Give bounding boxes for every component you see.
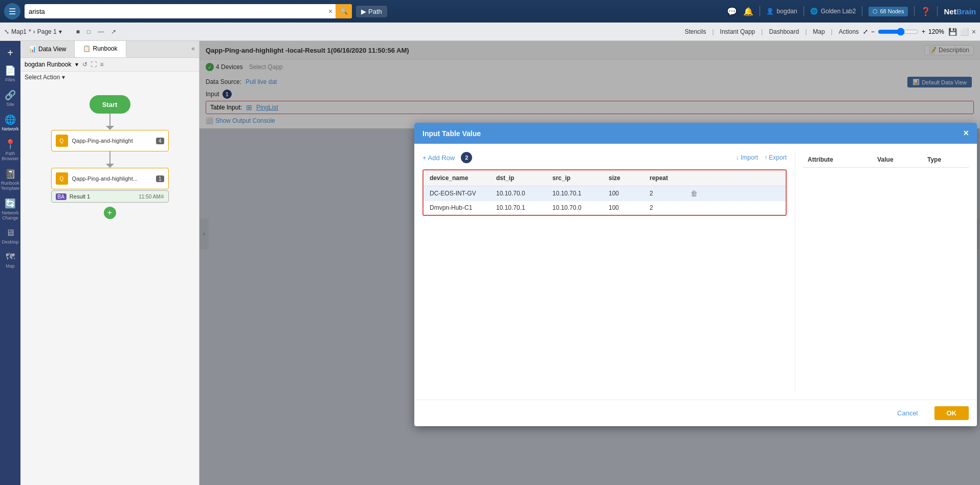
top-bar: ☰ × 🔍 ▶ Path 💬 🔔 👤 bogdan 🌐 Golden Lab2 … — [0, 0, 980, 23]
line-tool-icon[interactable]: — — [96, 27, 106, 36]
toolbar-icons: ■ □ — ↗ — [74, 27, 119, 36]
arrow-tool-icon[interactable]: ↗ — [109, 27, 118, 36]
attr-col-value: Value — [873, 152, 923, 168]
sidebar-label-runbook: Runbook Template — [1, 181, 20, 191]
help-icon[interactable]: ❓ — [921, 7, 931, 16]
modal-title: Input Table Value — [422, 129, 481, 138]
sidebar-item-desktop[interactable]: 🖥 Desktop — [1, 225, 19, 248]
stencils-button[interactable]: Stencils — [684, 28, 706, 35]
maximize-button[interactable]: ⬜ — [960, 28, 969, 36]
second-bar: ⤡ Map1 * › Page 1 ▾ ■ □ — ↗ Stencils | I… — [0, 23, 980, 41]
select-action-dropdown[interactable]: Select Action ▾ — [20, 72, 199, 83]
search-clear-button[interactable]: × — [325, 7, 336, 15]
close-map-button[interactable]: × — [972, 28, 976, 36]
input-table: device_name dst_ip src_ip size repeat DC… — [422, 169, 787, 216]
flow-node-2[interactable]: Q Qapp-Ping-and-highlight... 1 — [51, 168, 169, 189]
cell-device-1: DC-EOS-INT-GV — [424, 190, 490, 197]
bell-icon[interactable]: 🔔 — [743, 7, 753, 16]
menu-icon[interactable]: ≡ — [100, 61, 103, 68]
netbrain-logo: NetBrain — [944, 7, 976, 16]
sidebar-label-site: Site — [6, 102, 14, 107]
flow-start-node[interactable]: Start — [90, 95, 130, 114]
refresh-icon[interactable]: ↺ — [82, 61, 87, 68]
add-row-button[interactable]: + Add Row — [422, 154, 455, 162]
sidebar-add-button[interactable]: + — [7, 47, 13, 59]
expand-panel-icon[interactable]: ⛶ — [91, 61, 97, 68]
col-action — [684, 174, 705, 182]
map-icon: 🗺 — [6, 252, 15, 262]
modal-overlay: Input Table Value × + Add Row 2 ↓ Import — [199, 41, 980, 485]
col-repeat: repeat — [643, 174, 684, 182]
modal-close-button[interactable]: × — [963, 128, 969, 139]
cell-repeat-2: 2 — [643, 204, 684, 211]
search-input[interactable] — [25, 8, 325, 15]
cell-size-2: 100 — [603, 204, 643, 211]
sidebar-item-path[interactable]: 📍 Path Browser — [1, 136, 19, 164]
add-flow-node-button[interactable]: + — [104, 207, 116, 219]
table-header: device_name dst_ip src_ip size repeat — [424, 170, 786, 186]
sidebar-item-network-change[interactable]: 🔄 Network Change — [1, 195, 19, 224]
sidebar-item-files[interactable]: 📄 Files — [1, 62, 19, 85]
import-button[interactable]: ↓ Import — [736, 154, 758, 161]
square-tool-icon[interactable]: ■ — [74, 27, 82, 36]
sidebar-item-site[interactable]: 🔗 Site — [1, 86, 19, 110]
select-action-arrow: ▾ — [62, 74, 65, 81]
export-button[interactable]: ↑ Export — [764, 154, 787, 161]
stencil-section: Stencils | Instant Qapp | Dashboard | Ma… — [684, 28, 859, 35]
chat-icon[interactable]: 💬 — [727, 7, 737, 16]
flow-result-1[interactable]: BA Result 1 11:50 AM ≡ — [51, 190, 169, 203]
lab-section[interactable]: 🌐 Golden Lab2 — [810, 8, 856, 15]
instant-qapp-button[interactable]: Instant Qapp — [720, 28, 755, 35]
panel-toggle-button[interactable]: « — [187, 41, 199, 57]
map-breadcrumb: ⤡ Map1 * › Page 1 ▾ — [4, 28, 62, 35]
left-sidebar: + 📄 Files 🔗 Site 🌐 Network 📍 Path Browse… — [0, 41, 20, 485]
search-bar: × 🔍 — [25, 4, 352, 18]
actions-button[interactable]: Actions — [839, 28, 859, 35]
runbook-header-arrow[interactable]: ▾ — [75, 61, 78, 68]
cell-size-1: 100 — [603, 190, 643, 197]
nodes-icon: ⬡ — [873, 8, 878, 15]
sidebar-item-map[interactable]: 🗺 Map — [1, 249, 19, 272]
cell-repeat-1: 2 — [643, 190, 684, 197]
col-dst-ip: dst_ip — [490, 174, 546, 182]
panel-tabs: 📊 Data View 📋 Runbook « — [20, 41, 199, 58]
cell-src-1: 10.10.70.1 — [546, 190, 603, 197]
nodes-badge[interactable]: ⬡ 68 Nodes — [868, 7, 908, 16]
user-section[interactable]: 👤 bogdan — [766, 8, 797, 15]
tab-data-view[interactable]: 📊 Data View — [20, 41, 75, 57]
zoom-in-button[interactable]: + — [922, 28, 925, 35]
result-menu-icon[interactable]: ≡ — [160, 193, 164, 200]
globe-icon: 🌐 — [810, 8, 818, 15]
flow-diamond-1 — [106, 126, 114, 130]
delete-row-1-button[interactable]: 🗑 — [691, 189, 698, 197]
sidebar-item-runbook[interactable]: 📓 Runbook Template — [1, 165, 19, 194]
ok-button[interactable]: OK — [934, 406, 969, 420]
runbook-header-title: bogdan Runbook — [25, 61, 71, 68]
tab-runbook[interactable]: 📋 Runbook — [75, 41, 126, 57]
attr-col-type: Type — [923, 152, 969, 168]
col-device-name: device_name — [424, 174, 490, 182]
path-button[interactable]: ▶ Path — [356, 6, 387, 17]
table-row[interactable]: DC-EOS-INT-GV 10.10.70.0 10.10.70.1 100 … — [424, 186, 786, 201]
sidebar-label-map: Map — [6, 263, 15, 269]
network-change-icon: 🔄 — [5, 198, 16, 209]
hamburger-button[interactable]: ☰ — [4, 3, 20, 19]
table-row[interactable]: Dmvpn-Hub-C1 10.10.70.1 10.10.70.0 100 2 — [424, 201, 786, 215]
map-button[interactable]: Map — [813, 28, 825, 35]
flow-connector-2 — [109, 151, 110, 164]
zoom-out-button[interactable]: − — [871, 28, 875, 35]
rect-outline-icon[interactable]: □ — [85, 27, 93, 36]
minimize-icon[interactable]: ⤡ — [4, 28, 9, 35]
sidebar-item-network[interactable]: 🌐 Network — [1, 111, 19, 135]
search-submit-button[interactable]: 🔍 — [336, 4, 352, 18]
attribute-table: Attribute Value Type — [804, 152, 969, 168]
flow-node-1-icon: Q — [56, 135, 68, 147]
sidebar-label-network-change: Network Change — [2, 210, 19, 221]
cancel-button[interactable]: Cancel — [887, 406, 928, 420]
modal-header: Input Table Value × — [414, 123, 977, 144]
zoom-slider[interactable] — [878, 28, 919, 36]
dashboard-button[interactable]: Dashboard — [769, 28, 799, 35]
flow-node-1[interactable]: Q Qapp-Ping-and-highlight 4 — [51, 130, 169, 151]
fit-icon[interactable]: ⤢ — [863, 28, 868, 35]
save-button[interactable]: 💾 — [948, 28, 957, 36]
